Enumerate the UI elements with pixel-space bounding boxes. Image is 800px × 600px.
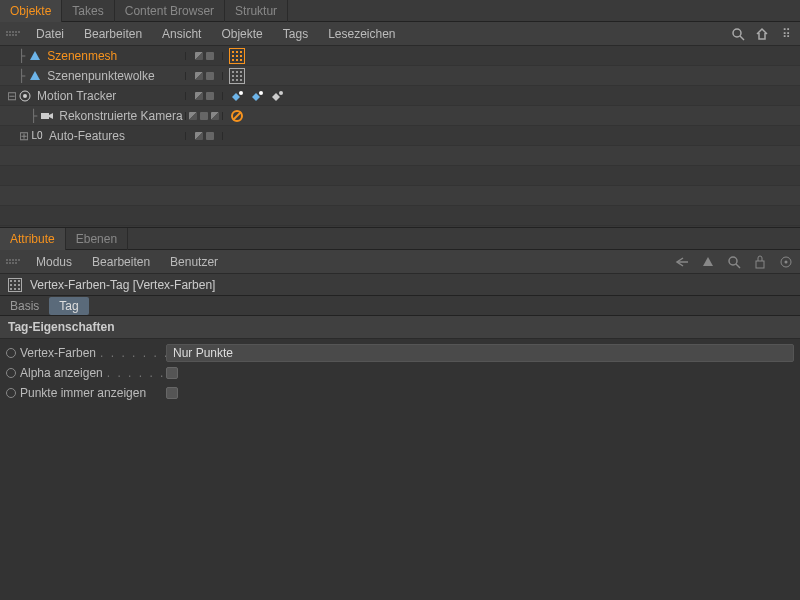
vertex-farben-dropdown[interactable]: Nur Punkte — [166, 344, 794, 362]
collapse-icon[interactable]: ⊟ — [6, 89, 18, 103]
menu-modus[interactable]: Modus — [26, 255, 82, 269]
tree-row-motion-tracker[interactable]: ⊟ Motion Tracker — [0, 86, 800, 106]
tree-row-empty — [0, 206, 800, 226]
menu-bearbeiten[interactable]: Bearbeiten — [82, 255, 160, 269]
nav-up-icon[interactable] — [700, 254, 716, 270]
features-icon: L0 — [30, 129, 44, 143]
tree-row-empty — [0, 186, 800, 206]
lock-icon[interactable] — [752, 254, 768, 270]
prop-vertex-farben: Vertex-Farben. . . . . . . Nur Punkte — [0, 343, 800, 363]
attribute-header: Vertex-Farben-Tag [Vertex-Farben] — [0, 274, 800, 296]
prop-label-text: Alpha anzeigen — [20, 366, 103, 380]
svg-point-5 — [259, 91, 263, 95]
expand-icon[interactable]: ⊞ — [18, 129, 30, 143]
svg-point-3 — [23, 94, 27, 98]
punkte-immer-checkbox[interactable] — [166, 387, 178, 399]
svg-line-1 — [740, 36, 744, 40]
attribute-title: Vertex-Farben-Tag [Vertex-Farben] — [30, 278, 215, 292]
mesh-icon — [28, 49, 42, 63]
grip-icon — [6, 259, 20, 264]
vertex-color-tag-icon[interactable] — [229, 48, 245, 64]
menu-objekte[interactable]: Objekte — [211, 27, 272, 41]
visibility-toggles[interactable] — [185, 112, 223, 120]
search-icon[interactable] — [726, 254, 742, 270]
visibility-toggles[interactable] — [185, 52, 223, 60]
menu-tags[interactable]: Tags — [273, 27, 318, 41]
prop-label-text: Punkte immer anzeigen — [20, 386, 146, 400]
top-tabs: Objekte Takes Content Browser Struktur — [0, 0, 800, 22]
tree-row-empty — [0, 166, 800, 186]
nav-back-icon[interactable] — [674, 254, 690, 270]
menu-datei[interactable]: Datei — [26, 27, 74, 41]
disable-tag-icon[interactable] — [229, 108, 245, 124]
solver-tag-icon[interactable] — [229, 88, 245, 104]
vertex-color-tag-icon — [8, 278, 22, 292]
tab-content-browser[interactable]: Content Browser — [115, 0, 225, 22]
grip-icon — [6, 31, 20, 36]
alpha-checkbox[interactable] — [166, 367, 178, 379]
svg-rect-13 — [756, 261, 764, 268]
tree-row-empty — [0, 146, 800, 166]
menu-icon[interactable]: ⠿ — [778, 26, 794, 42]
section-header: Tag-Eigenschaften — [0, 316, 800, 339]
svg-point-4 — [239, 91, 243, 95]
attribute-menubar: Modus Bearbeiten Benutzer — [0, 250, 800, 274]
tab-struktur[interactable]: Struktur — [225, 0, 288, 22]
home-icon[interactable] — [754, 26, 770, 42]
camera-icon — [40, 109, 54, 123]
object-label: Auto-Features — [49, 129, 125, 143]
prop-label-text: Vertex-Farben — [20, 346, 96, 360]
solver-tag-icon[interactable] — [269, 88, 285, 104]
branch-icon: ├ — [18, 49, 25, 63]
menu-ansicht[interactable]: Ansicht — [152, 27, 211, 41]
svg-point-15 — [785, 260, 788, 263]
prop-alpha-anzeigen: Alpha anzeigen. . . . . . . — [0, 363, 800, 383]
mesh-icon — [28, 69, 42, 83]
menu-lesezeichen[interactable]: Lesezeichen — [318, 27, 405, 41]
sub-tab-basis[interactable]: Basis — [0, 297, 49, 315]
tree-row-szenenmesh[interactable]: ├ Szenenmesh — [0, 46, 800, 66]
sub-tab-tag[interactable]: Tag — [49, 297, 88, 315]
tab-attribute[interactable]: Attribute — [0, 228, 66, 250]
tab-takes[interactable]: Takes — [62, 0, 114, 22]
radio-icon[interactable] — [6, 368, 16, 378]
tracker-icon — [18, 89, 32, 103]
svg-point-11 — [729, 257, 737, 265]
vertex-color-tag-icon[interactable] — [229, 68, 245, 84]
object-label: Motion Tracker — [37, 89, 116, 103]
svg-point-6 — [279, 91, 283, 95]
visibility-toggles[interactable] — [185, 72, 223, 80]
prop-punkte-immer: Punkte immer anzeigen — [0, 383, 800, 403]
menu-bearbeiten[interactable]: Bearbeiten — [74, 27, 152, 41]
radio-icon[interactable] — [6, 348, 16, 358]
svg-point-0 — [733, 29, 741, 37]
object-menubar: Datei Bearbeiten Ansicht Objekte Tags Le… — [0, 22, 800, 46]
visibility-toggles[interactable] — [185, 132, 223, 140]
properties-list: Vertex-Farben. . . . . . . Nur Punkte Al… — [0, 339, 800, 407]
svg-rect-7 — [41, 113, 49, 119]
object-label: Szenenpunktewolke — [47, 69, 154, 83]
svg-line-9 — [233, 112, 241, 120]
tab-objekte[interactable]: Objekte — [0, 0, 62, 22]
menu-benutzer[interactable]: Benutzer — [160, 255, 228, 269]
object-label: Szenenmesh — [47, 49, 117, 63]
branch-icon: ├ — [18, 69, 25, 83]
attribute-sub-tabs: Basis Tag — [0, 296, 800, 316]
bottom-tabs: Attribute Ebenen — [0, 228, 800, 250]
object-label: Rekonstruierte Kamera — [59, 109, 182, 123]
tree-row-rekonstruierte-kamera[interactable]: ├ Rekonstruierte Kamera — [0, 106, 800, 126]
tree-row-auto-features[interactable]: ⊞ L0 Auto-Features — [0, 126, 800, 146]
svg-line-12 — [736, 264, 740, 268]
solver-tag-icon[interactable] — [249, 88, 265, 104]
search-icon[interactable] — [730, 26, 746, 42]
branch-icon: ├ — [30, 109, 37, 123]
object-tree: ├ Szenenmesh ├ Szenenpunktewolke — [0, 46, 800, 227]
radio-icon[interactable] — [6, 388, 16, 398]
tree-row-szenenpunktewolke[interactable]: ├ Szenenpunktewolke — [0, 66, 800, 86]
target-icon[interactable] — [778, 254, 794, 270]
visibility-toggles[interactable] — [185, 92, 223, 100]
tab-ebenen[interactable]: Ebenen — [66, 228, 128, 250]
